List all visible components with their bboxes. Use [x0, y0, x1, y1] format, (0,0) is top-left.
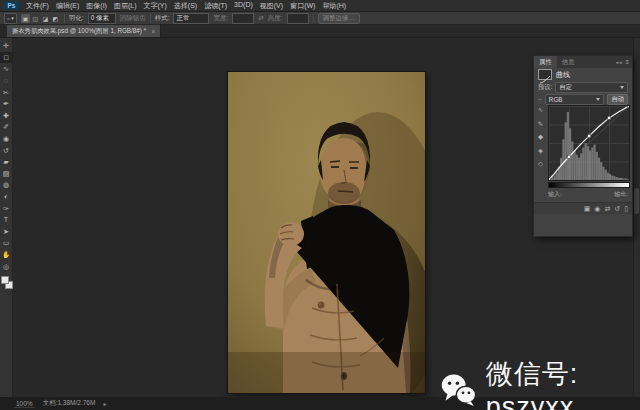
collapse-panel-icon[interactable]: «« — [616, 59, 623, 65]
menu-item[interactable]: 文件(F) — [26, 1, 49, 11]
panel-menu-icon[interactable]: ≡ — [625, 59, 629, 65]
tone-gradient-bar[interactable] — [548, 182, 630, 188]
pencil-icon[interactable]: ✎ — [538, 120, 543, 128]
blur-tool[interactable]: ◍ — [0, 179, 13, 191]
dodge-tool[interactable]: ◐ — [0, 191, 13, 203]
foreground-color-swatch[interactable] — [1, 276, 9, 284]
previous-state-icon[interactable]: ⇄ — [604, 205, 610, 213]
zoom-level-input[interactable]: 100% — [14, 400, 35, 408]
menu-item[interactable]: 编辑(E) — [56, 1, 79, 11]
history-brush-tool[interactable]: ↺ — [0, 144, 13, 156]
selection-mode-buttons: ▣◫◪◩ — [21, 14, 60, 23]
preset-value: 自定 — [559, 83, 572, 92]
tool-options-bar: ▫ ▾ ▣◫◪◩ 羽化: 0 像素 消除锯齿 样式: 正常 宽度: ⇄ 高度: … — [0, 12, 640, 25]
black-point-eyedropper-icon[interactable]: ◆ — [538, 133, 543, 141]
antialias-checkbox-label[interactable]: 消除锯齿 — [120, 14, 146, 23]
tab-info[interactable]: 信息 — [557, 56, 580, 68]
menu-item[interactable]: 图层(L) — [114, 1, 137, 11]
gradient-tool[interactable]: ▨ — [0, 168, 13, 180]
clone-stamp-tool[interactable]: ◉ — [0, 133, 13, 145]
document-size-indicator: 文档:1.38M/2.76M — [43, 399, 96, 408]
channel-value: RGB — [549, 96, 563, 103]
refine-edge-button[interactable]: 调整边缘… — [318, 13, 361, 24]
new-selection-icon[interactable]: ▣ — [21, 14, 30, 23]
healing-brush-tool[interactable]: ✚ — [0, 110, 13, 122]
zoom-tool[interactable]: ◎ — [0, 260, 13, 272]
menu-item[interactable]: 图像(I) — [86, 1, 107, 11]
chevron-down-icon: ▾ — [11, 15, 14, 21]
intersect-selection-icon[interactable]: ◩ — [51, 14, 60, 23]
style-select[interactable]: 正常 — [173, 13, 209, 24]
preset-select[interactable]: 自定 — [555, 82, 628, 93]
curves-grid[interactable] — [548, 105, 630, 181]
clip-to-layer-icon[interactable]: ▣ — [584, 205, 591, 213]
eraser-tool[interactable]: ▰ — [0, 156, 13, 168]
feather-label: 羽化: — [69, 14, 84, 23]
curves-editor: ∿✎◆◈◇ 输入: 输出: ▣◉⇄↺▯ — [534, 105, 632, 214]
divider — [313, 14, 314, 23]
gray-point-eyedropper-icon[interactable]: ◈ — [538, 147, 543, 155]
dock-scroll-handle[interactable] — [634, 188, 639, 214]
color-swatches[interactable] — [0, 275, 13, 289]
adjustment-title: 曲线 — [556, 70, 570, 80]
properties-panel: 属性 信息 «« ≡ 曲线 预设: 自定 ☝ RGB 自动 ∿✎◆◈◇ 输入: … — [533, 55, 633, 237]
menu-item[interactable]: 3D(D) — [234, 1, 253, 11]
wechat-icon — [441, 369, 477, 410]
tab-properties[interactable]: 属性 — [534, 56, 557, 68]
menu-item[interactable]: 帮助(H) — [322, 1, 346, 11]
menu-item[interactable]: 选择(S) — [174, 1, 197, 11]
menu-item[interactable]: 滤镜(T) — [204, 1, 227, 11]
curves-side-tools: ∿✎◆◈◇ — [535, 106, 546, 168]
menu-bar-items: 文件(F)编辑(E)图像(I)图层(L)文字(Y)选择(S)滤镜(T)3D(D)… — [26, 1, 346, 11]
type-tool[interactable]: T — [0, 214, 13, 226]
height-label: 高度: — [268, 14, 283, 23]
watermark-text: 微信号: pszyxx — [486, 356, 640, 410]
reset-icon[interactable]: ↺ — [614, 205, 620, 213]
channel-select[interactable]: RGB — [545, 94, 605, 105]
shape-tool[interactable]: ▭ — [0, 237, 13, 249]
hand-tool[interactable]: ✋ — [0, 249, 13, 261]
eyedropper-tool[interactable]: ✒ — [0, 98, 13, 110]
menu-item[interactable]: 文字(Y) — [143, 1, 166, 11]
width-label: 宽度: — [213, 14, 228, 23]
photo-man-lifting-shirt[interactable] — [228, 72, 425, 393]
tool-list: ✛□∿◌✂✒✚✐◉↺▰▨◍◐✑T➤▭✋◎ — [0, 40, 13, 272]
white-point-eyedropper-icon[interactable]: ◇ — [538, 160, 543, 168]
divider — [64, 14, 65, 23]
divider — [150, 14, 151, 23]
pen-tool[interactable]: ✑ — [0, 202, 13, 214]
status-bar: 100% 文档:1.38M/2.76M ▸ — [14, 399, 106, 408]
brush-tool[interactable]: ✐ — [0, 121, 13, 133]
path-selection-tool[interactable]: ➤ — [0, 226, 13, 238]
visibility-eye-icon[interactable]: ◉ — [594, 205, 600, 213]
status-expand-icon[interactable]: ▸ — [103, 400, 106, 407]
width-input[interactable] — [232, 13, 254, 24]
input-label: 输入: — [548, 190, 562, 199]
marquee-tool[interactable]: □ — [0, 52, 13, 64]
close-tab-icon[interactable]: × — [151, 28, 155, 35]
subtract-selection-icon[interactable]: ◪ — [41, 14, 50, 23]
document-tab[interactable]: 撕衣秀肌肉效果.psd @ 100%(图层 1, RGB/8#) * × — [7, 25, 161, 37]
panel-footer-icons: ▣◉⇄↺▯ — [534, 202, 632, 214]
quick-selection-tool[interactable]: ◌ — [0, 75, 13, 87]
preset-label: 预设: — [538, 83, 552, 92]
tool-preset-picker[interactable]: ▫ ▾ — [4, 13, 17, 24]
targeted-adjustment-icon[interactable]: ☝ — [538, 96, 542, 103]
output-label: 输出: — [614, 190, 628, 199]
document-title: 撕衣秀肌肉效果.psd @ 100%(图层 1, RGB/8#) * — [12, 27, 146, 36]
move-tool[interactable]: ✛ — [0, 40, 13, 52]
curves-adjustment-icon — [538, 69, 552, 80]
delete-adjustment-icon[interactable]: ▯ — [624, 205, 628, 213]
height-input[interactable] — [287, 13, 309, 24]
lasso-tool[interactable]: ∿ — [0, 63, 13, 75]
auto-button[interactable]: 自动 — [607, 94, 628, 105]
adjustment-header: 曲线 — [534, 68, 632, 81]
add-selection-icon[interactable]: ◫ — [31, 14, 40, 23]
feather-input[interactable]: 0 像素 — [88, 13, 116, 24]
swap-dimensions-icon[interactable]: ⇄ — [258, 14, 263, 22]
curves-plot — [549, 106, 629, 180]
edit-points-icon[interactable]: ∿ — [538, 106, 543, 114]
menu-item[interactable]: 窗口(W) — [290, 1, 315, 11]
crop-tool[interactable]: ✂ — [0, 86, 13, 98]
menu-item[interactable]: 视图(V) — [260, 1, 283, 11]
